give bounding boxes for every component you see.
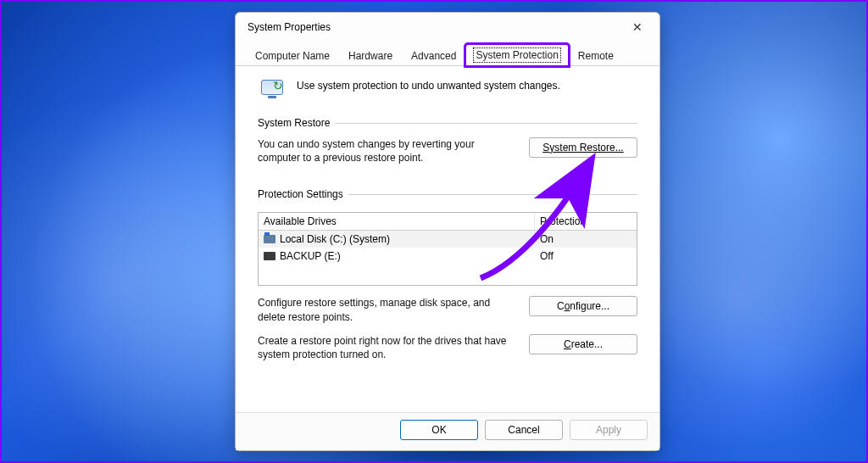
- drive-label: BACKUP (E:): [280, 250, 341, 262]
- tab-computer-name[interactable]: Computer Name: [246, 45, 339, 66]
- table-header: Available Drives Protection: [259, 213, 637, 231]
- system-restore-text: You can undo system changes by reverting…: [258, 137, 517, 165]
- drive-icon: [264, 252, 275, 260]
- close-button[interactable]: ✕: [620, 15, 654, 39]
- system-properties-dialog: System Properties ✕ Computer Name Hardwa…: [235, 12, 660, 451]
- system-restore-legend: System Restore: [258, 117, 335, 129]
- tab-advanced[interactable]: Advanced: [402, 45, 465, 66]
- cancel-button[interactable]: Cancel: [485, 420, 563, 440]
- drive-label: Local Disk (C:) (System): [280, 233, 390, 245]
- drive-protection: Off: [535, 248, 637, 265]
- dialog-footer: OK Cancel Apply: [236, 412, 659, 450]
- create-button[interactable]: Create...: [529, 334, 637, 354]
- drive-protection: On: [535, 231, 637, 248]
- intro-text: Use system protection to undo unwanted s…: [297, 76, 560, 92]
- table-empty-space: [259, 265, 637, 285]
- tab-hardware[interactable]: Hardware: [339, 45, 402, 66]
- table-row[interactable]: Local Disk (C:) (System) On: [259, 231, 637, 248]
- system-protection-icon: ↻: [258, 76, 287, 105]
- titlebar: System Properties ✕: [236, 13, 659, 42]
- system-restore-group: System Restore You can undo system chang…: [258, 117, 637, 170]
- col-available-drives: Available Drives: [259, 213, 535, 230]
- intro-row: ↻ Use system protection to undo unwanted…: [258, 76, 637, 105]
- apply-button: Apply: [570, 420, 648, 440]
- system-restore-button[interactable]: System Restore...: [529, 137, 637, 158]
- window-title: System Properties: [248, 21, 620, 33]
- ok-button[interactable]: OK: [400, 420, 478, 440]
- tab-system-protection[interactable]: System Protection: [465, 44, 568, 66]
- protection-settings-legend: Protection Settings: [258, 188, 348, 200]
- close-icon: ✕: [632, 21, 643, 33]
- tab-strip: Computer Name Hardware Advanced System P…: [236, 43, 659, 66]
- drive-icon: [264, 235, 275, 243]
- col-protection: Protection: [535, 213, 637, 230]
- tab-content: ↻ Use system protection to undo unwanted…: [236, 66, 659, 412]
- create-text: Create a restore point right now for the…: [258, 334, 517, 361]
- protection-settings-group: Protection Settings Available Drives Pro…: [258, 188, 637, 366]
- configure-button[interactable]: Configure...: [529, 296, 637, 316]
- configure-text: Configure restore settings, manage disk …: [258, 296, 517, 323]
- table-row[interactable]: BACKUP (E:) Off: [259, 248, 637, 265]
- tab-remote[interactable]: Remote: [569, 45, 623, 66]
- drives-table: Available Drives Protection Local Disk (…: [258, 212, 637, 286]
